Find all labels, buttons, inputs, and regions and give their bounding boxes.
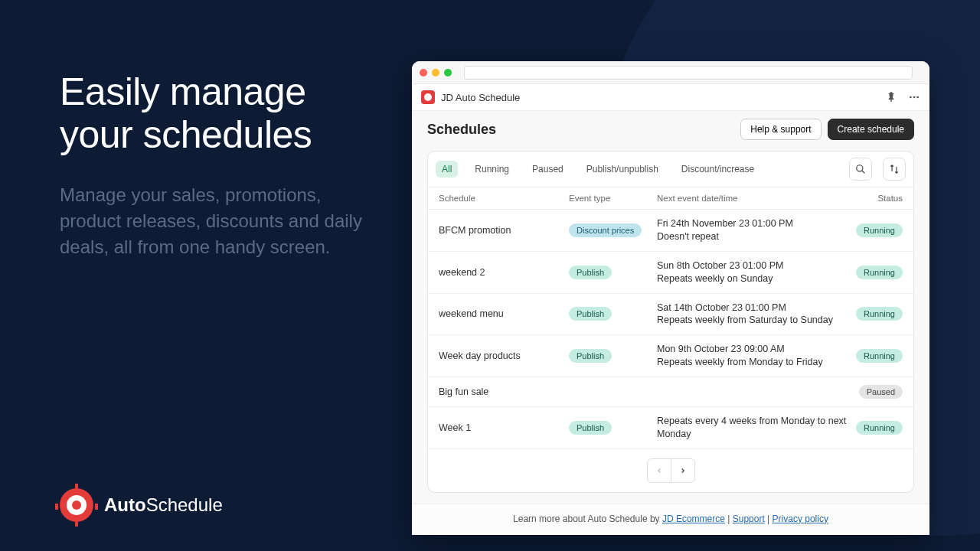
schedule-name: BFCM promotion — [439, 225, 569, 236]
svg-point-0 — [910, 96, 912, 99]
status-running-badge: Running — [856, 223, 903, 237]
col-event-type: Event type — [569, 194, 657, 203]
next-event-repeat: Repeats every 4 weeks from Monday to nex… — [657, 415, 849, 441]
footer: Learn more about Auto Schedule by JD Eco… — [412, 504, 929, 535]
event-type-cell: Publish — [569, 421, 657, 435]
next-event-date: Fri 24th November 23 01:00 PM — [657, 217, 849, 230]
help-support-button[interactable]: Help & support — [740, 119, 821, 140]
page-title-row: Schedules Help & support Create schedule — [427, 119, 914, 140]
table-row[interactable]: weekend menuPublishSat 14th October 23 0… — [428, 294, 913, 336]
tab-all[interactable]: All — [436, 161, 458, 178]
status-cell: Running — [849, 223, 903, 237]
brand-name: AutoSchedule — [104, 494, 223, 516]
chevron-left-icon — [655, 467, 663, 474]
headline: Easily manage your schedules — [60, 70, 381, 156]
brand-suffix: Schedule — [146, 494, 223, 515]
sort-icon — [889, 164, 900, 174]
discount-prices-badge: Discount prices — [569, 223, 642, 237]
next-event-cell: Mon 9th October 23 09:00 AMRepeats weekl… — [657, 343, 849, 369]
traffic-lights — [420, 69, 452, 77]
svg-point-1 — [913, 96, 916, 99]
pagination — [428, 449, 913, 492]
col-status: Status — [849, 194, 903, 203]
footer-link-jd-ecommerce[interactable]: JD Ecommerce — [662, 514, 725, 524]
app-logo-icon — [421, 90, 435, 104]
tab-discount-increase[interactable]: Discount/increase — [675, 161, 760, 178]
next-event-repeat: Repeats weekly from Monday to Friday — [657, 356, 849, 369]
prev-page-button[interactable] — [647, 458, 671, 483]
col-next-event: Next event date/time — [657, 194, 849, 203]
app-title: JD Auto Schedule — [441, 92, 879, 103]
brand-prefix: Auto — [104, 494, 146, 515]
url-bar[interactable] — [464, 66, 913, 80]
next-event-cell: Repeats every 4 weeks from Monday to nex… — [657, 415, 849, 441]
close-icon[interactable] — [420, 69, 427, 77]
footer-prefix: Learn more about Auto Schedule by — [513, 514, 662, 524]
search-button[interactable] — [849, 158, 872, 181]
next-event-repeat: Repeats weekly from Saturday to Sunday — [657, 314, 849, 327]
status-running-badge: Running — [856, 349, 903, 363]
event-type-cell: Publish — [569, 266, 657, 279]
table-header: Schedule Event type Next event date/time… — [428, 187, 913, 210]
status-paused-badge: Paused — [859, 385, 903, 399]
subheadline: Manage your sales, promotions, product r… — [60, 182, 381, 260]
table-row[interactable]: Week 1PublishRepeats every 4 weeks from … — [428, 407, 913, 449]
publish-badge: Publish — [569, 421, 612, 435]
page-actions: Help & support Create schedule — [740, 119, 914, 140]
footer-link-support[interactable]: Support — [733, 514, 765, 524]
window-titlebar — [412, 61, 929, 84]
footer-sep-1: | — [725, 514, 733, 524]
table-row[interactable]: BFCM promotionDiscount pricesFri 24th No… — [428, 210, 913, 252]
brand-logo: AutoSchedule — [60, 488, 223, 522]
next-page-button[interactable] — [671, 458, 695, 483]
tab-publish-unpublish[interactable]: Publish/unpublish — [580, 161, 665, 178]
next-event-date: Sun 8th October 23 01:00 PM — [657, 259, 849, 272]
page-body: Schedules Help & support Create schedule… — [412, 111, 929, 504]
svg-point-2 — [916, 96, 919, 99]
app-header: JD Auto Schedule — [412, 84, 929, 111]
publish-badge: Publish — [569, 349, 612, 363]
footer-link-privacy[interactable]: Privacy policy — [773, 514, 828, 524]
schedule-name: weekend menu — [439, 308, 569, 319]
more-icon[interactable] — [908, 91, 920, 103]
next-event-date: Mon 9th October 23 09:00 AM — [657, 343, 849, 356]
create-schedule-button[interactable]: Create schedule — [828, 119, 914, 140]
filter-tabs: All Running Paused Publish/unpublish Dis… — [428, 152, 913, 187]
schedules-card: All Running Paused Publish/unpublish Dis… — [427, 151, 914, 493]
event-type-cell: Publish — [569, 349, 657, 363]
status-running-badge: Running — [856, 307, 903, 321]
sort-button[interactable] — [883, 158, 906, 181]
status-cell: Running — [849, 421, 903, 435]
pin-icon[interactable] — [885, 91, 897, 103]
next-event-repeat: Repeats weekly on Sunday — [657, 272, 849, 285]
event-type-cell: Publish — [569, 307, 657, 321]
footer-sep-2: | — [765, 514, 773, 524]
svg-line-4 — [862, 171, 865, 174]
table-row[interactable]: Big fun salePaused — [428, 377, 913, 407]
headline-line-2: your schedules — [60, 113, 312, 156]
publish-badge: Publish — [569, 266, 612, 279]
maximize-icon[interactable] — [444, 69, 452, 77]
next-event-cell: Sat 14th October 23 01:00 PMRepeats week… — [657, 302, 849, 328]
status-running-badge: Running — [856, 266, 903, 279]
schedule-name: Week 1 — [439, 422, 569, 433]
minimize-icon[interactable] — [432, 69, 439, 77]
chevron-right-icon — [679, 467, 687, 474]
schedule-name: weekend 2 — [439, 267, 569, 278]
event-type-cell: Discount prices — [569, 223, 657, 237]
table-row[interactable]: weekend 2PublishSun 8th October 23 01:00… — [428, 252, 913, 294]
next-event-repeat: Doesn't repeat — [657, 230, 849, 243]
table-row[interactable]: Week day productsPublishMon 9th October … — [428, 335, 913, 377]
table-body: BFCM promotionDiscount pricesFri 24th No… — [428, 210, 913, 449]
schedule-name: Big fun sale — [439, 386, 569, 397]
status-running-badge: Running — [856, 421, 903, 435]
marketing-copy: Easily manage your schedules Manage your… — [60, 70, 381, 260]
tab-paused[interactable]: Paused — [526, 161, 570, 178]
tab-running[interactable]: Running — [469, 161, 515, 178]
target-icon — [60, 488, 93, 522]
next-event-date: Sat 14th October 23 01:00 PM — [657, 302, 849, 315]
next-event-cell: Sun 8th October 23 01:00 PMRepeats weekl… — [657, 259, 849, 285]
status-cell: Running — [849, 307, 903, 321]
page-title: Schedules — [427, 122, 496, 138]
schedule-name: Week day products — [439, 350, 569, 361]
